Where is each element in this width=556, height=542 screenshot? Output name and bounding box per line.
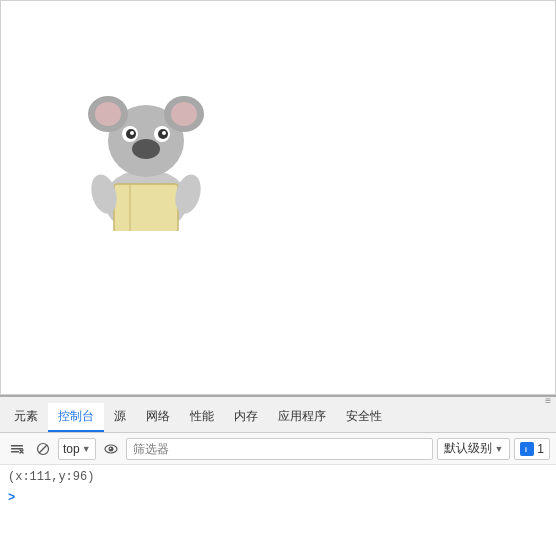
svg-line-21	[39, 445, 47, 453]
tab-elements[interactable]: 元素	[4, 403, 48, 432]
console-prompt-line[interactable]: >	[8, 487, 548, 509]
svg-rect-25	[522, 444, 532, 454]
clear-console-button[interactable]	[6, 438, 28, 460]
svg-point-7	[171, 102, 197, 126]
browser-viewport	[0, 0, 556, 395]
issues-badge[interactable]: i 1	[514, 438, 550, 460]
svg-point-24	[109, 447, 111, 449]
devtools-toolbar: top ▼ 默认级别 ▼ i 1	[0, 433, 556, 465]
tab-console[interactable]: 控制台	[48, 403, 104, 432]
tab-memory[interactable]: 内存	[224, 403, 268, 432]
issues-icon: i	[520, 442, 534, 456]
coordinates-line: (x:111,y:96)	[8, 467, 548, 487]
prompt-arrow-icon: >	[8, 491, 15, 505]
no-entries-button[interactable]	[32, 438, 54, 460]
svg-rect-19	[11, 451, 19, 453]
level-arrow-icon: ▼	[494, 444, 503, 454]
console-output: (x:111,y:96) >	[0, 465, 556, 542]
devtools-tabs: 元素 控制台 源 网络 性能 内存 应用程序 安全性	[0, 403, 556, 433]
tab-security[interactable]: 安全性	[336, 403, 392, 432]
context-arrow-icon: ▼	[82, 444, 91, 454]
context-value: top	[63, 442, 80, 456]
svg-rect-1	[114, 184, 178, 231]
tab-sources[interactable]: 源	[104, 403, 136, 432]
live-expressions-button[interactable]	[100, 438, 122, 460]
svg-point-14	[162, 131, 166, 135]
koala-illustration	[66, 46, 226, 226]
svg-point-13	[130, 131, 134, 135]
tab-application[interactable]: 应用程序	[268, 403, 336, 432]
context-selector[interactable]: top ▼	[58, 438, 96, 460]
tab-network[interactable]: 网络	[136, 403, 180, 432]
log-level-selector[interactable]: 默认级别 ▼	[437, 438, 510, 460]
filter-input[interactable]	[126, 438, 434, 460]
svg-point-5	[95, 102, 121, 126]
level-value: 默认级别	[444, 440, 492, 457]
issues-count: 1	[537, 442, 544, 456]
svg-rect-17	[11, 445, 23, 447]
tab-performance[interactable]: 性能	[180, 403, 224, 432]
svg-rect-18	[11, 448, 23, 450]
svg-point-8	[132, 139, 160, 159]
devtools-panel: ≡ 元素 控制台 源 网络 性能 内存 应用程序 安全性	[0, 395, 556, 542]
svg-text:i: i	[525, 446, 527, 453]
